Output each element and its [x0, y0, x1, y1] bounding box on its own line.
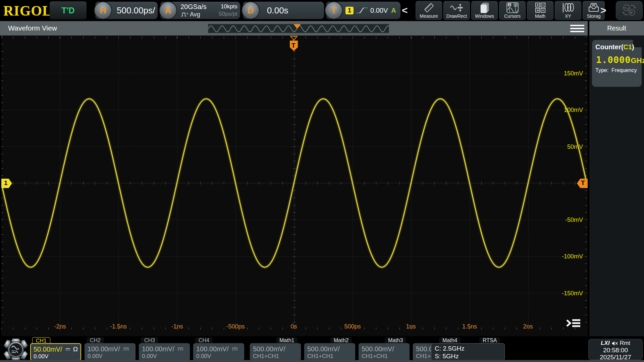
- toolbar-scroll-left[interactable]: <: [402, 5, 408, 16]
- waveform-view-title: Waveform View: [8, 24, 57, 32]
- toolbar-windows-button[interactable]: Windows: [471, 1, 498, 20]
- ch2-offset: 0.00V: [88, 353, 132, 360]
- math-operators-icon: [527, 2, 553, 13]
- clock-date: 2025/11/27: [589, 354, 642, 361]
- math2-box[interactable]: 500.00mV/ CH1+CH1: [304, 343, 355, 361]
- math1-scale: 500.00mV/: [253, 345, 298, 353]
- toolbar-scroll-right[interactable]: >: [600, 5, 606, 16]
- svg-text:A: A: [508, 3, 511, 7]
- ch2-tab[interactable]: CH2: [87, 337, 104, 344]
- horizontal-scale-value: 500.00ps/: [117, 5, 155, 16]
- waveform-swap-icon: [616, 5, 642, 15]
- ch1-level-marker[interactable]: 1: [1, 178, 13, 188]
- delay-settings-group[interactable]: D 0.00s: [243, 2, 324, 19]
- rtsa-span: S: 5GHz: [435, 352, 501, 360]
- x-tick-2ns: 2ns: [523, 323, 533, 330]
- memory-depth-value: 10kpts: [221, 3, 237, 10]
- trigger-settings-group[interactable]: T 1 0.00V A: [326, 2, 400, 19]
- drawrect-icon: [444, 2, 470, 13]
- math1-tab[interactable]: Math1: [276, 337, 298, 344]
- bottom-bar: CH1 50.00mV/ Ω 0.00V CH2 100.00mV/ 0.00V…: [0, 337, 644, 362]
- collapse-panel-icon[interactable]: [566, 318, 582, 328]
- horizontal-knob-button[interactable]: H: [94, 1, 112, 19]
- math1-box[interactable]: 500.00mV/ CH1+CH1: [250, 343, 301, 361]
- ch1-impedance: Ω: [73, 345, 78, 353]
- y-tick-50mv: 50mV: [567, 143, 583, 150]
- toolbar-measure-button[interactable]: Measure: [416, 1, 442, 20]
- ch3-coupling-icon: [177, 347, 184, 351]
- x-tick-0s: 0s: [290, 323, 297, 330]
- trigger-level-value: 0.00V: [370, 7, 388, 14]
- trigger-knob-button[interactable]: T: [325, 1, 343, 19]
- y-tick-n150mv: -150mV: [562, 290, 583, 297]
- ch4-coupling-icon: [231, 347, 238, 351]
- math3-scale: 500.00mV/: [362, 345, 407, 353]
- rtsa-tab[interactable]: RTSA: [479, 337, 500, 344]
- clock-time: 20:58:00: [589, 347, 642, 354]
- ch2-box[interactable]: 100.00mV/ 0.00V: [85, 343, 136, 361]
- x-tick-500ps: 500ps: [344, 323, 361, 330]
- toolbar-drawrect-button[interactable]: DrawRect: [443, 1, 470, 20]
- toolbar-cursors-button[interactable]: A B Cursors: [499, 1, 526, 20]
- math3-box[interactable]: 500.00mV/ CH1+CH1: [359, 343, 410, 361]
- waveform-overview-strip[interactable]: [208, 24, 389, 33]
- y-tick-100mv: 100mV: [564, 107, 583, 114]
- math3-expr: CH1+CH1: [362, 353, 407, 360]
- math3-tab[interactable]: Math3: [385, 337, 406, 344]
- result-panel-header[interactable]: Result: [589, 21, 644, 36]
- x-tick-1p5ns: 1.5ns: [462, 323, 477, 330]
- x-tick-1ns: 1ns: [406, 323, 416, 330]
- ch1-tab[interactable]: CH1: [32, 337, 50, 344]
- trigger-status-badge[interactable]: T'D: [50, 1, 87, 19]
- horizontal-settings-group[interactable]: H 500.00ps/: [95, 2, 158, 19]
- ch4-tab[interactable]: CH4: [195, 337, 213, 344]
- x-tick-n1p5ns: -1.5ns: [110, 323, 127, 330]
- status-datetime-box[interactable]: LXI Rmt 20:58:00 2025/11/27: [588, 339, 643, 360]
- trigger-slope-icon: [356, 6, 368, 15]
- rigol-gear-logo[interactable]: [3, 338, 29, 361]
- ch1-waveform-trace: [1, 36, 588, 336]
- ch1-box[interactable]: 50.00mV/ Ω 0.00V: [30, 343, 81, 361]
- math2-tab[interactable]: Math2: [330, 337, 352, 344]
- rtsa-box[interactable]: C: 2.5GHz S: 5GHz: [431, 343, 505, 361]
- delay-value: 0.00s: [267, 5, 288, 16]
- counter-value: 1.0000GHz: [596, 55, 644, 65]
- ch3-box[interactable]: 100.00mV/ 0.00V: [139, 343, 190, 361]
- counter-card-tab: [633, 40, 642, 47]
- x-tick-n500ps: -500ps: [226, 323, 245, 330]
- trigger-position-marker[interactable]: T: [287, 36, 301, 51]
- ch3-offset: 0.00V: [142, 353, 187, 360]
- waveform-display[interactable]: 150mV 100mV 50mV -50mV -100mV -150mV -2n…: [1, 36, 588, 336]
- toolbar-math-button[interactable]: Math: [527, 1, 553, 20]
- ch2-coupling-icon: [123, 347, 129, 351]
- acquire-settings-group[interactable]: A 20GSa/s N Avg 10kpts 50ps/pt: [160, 2, 240, 19]
- counter-title: Counter(C1): [595, 43, 634, 51]
- x-tick-n2ns: -2ns: [54, 323, 66, 330]
- toolbar-xy-button[interactable]: XY: [555, 1, 581, 20]
- math1-expr: CH1+CH1: [253, 353, 298, 360]
- trigger-level-marker[interactable]: T: [576, 178, 588, 188]
- speaker-muted-icon: [612, 341, 618, 346]
- x-tick-n1ns: -1ns: [171, 323, 183, 330]
- math4-tab[interactable]: Math4: [439, 337, 461, 344]
- ch3-scale: 100.00mV/: [142, 345, 174, 353]
- bottom-divider: [0, 360, 644, 362]
- menu-icon[interactable]: [570, 25, 584, 32]
- math2-expr: CH1+CH1: [307, 353, 352, 360]
- ch4-offset: 0.00V: [196, 353, 241, 360]
- ch1-coupling-icon: [65, 347, 70, 351]
- ch3-tab[interactable]: CH3: [141, 337, 158, 344]
- counter-result-card[interactable]: Counter(C1) 1.0000GHz Type: Frequency: [592, 40, 642, 87]
- acquire-knob-button[interactable]: A: [159, 1, 177, 19]
- delay-knob-button[interactable]: D: [241, 1, 260, 19]
- xy-lissajous-icon: [555, 2, 581, 13]
- ch4-box[interactable]: 100.00mV/ 0.00V: [193, 343, 244, 361]
- waveform-view-header: Waveform View: [0, 21, 588, 36]
- counter-type: Type: Frequency: [595, 67, 637, 73]
- svg-text:B: B: [515, 3, 517, 7]
- y-tick-n100mv: -100mV: [562, 253, 583, 260]
- waveform-swap-button[interactable]: [616, 1, 643, 20]
- overview-trigger-position-icon[interactable]: [293, 24, 301, 29]
- cursors-icon: A B: [499, 2, 525, 13]
- y-tick-150mv: 150mV: [564, 70, 583, 77]
